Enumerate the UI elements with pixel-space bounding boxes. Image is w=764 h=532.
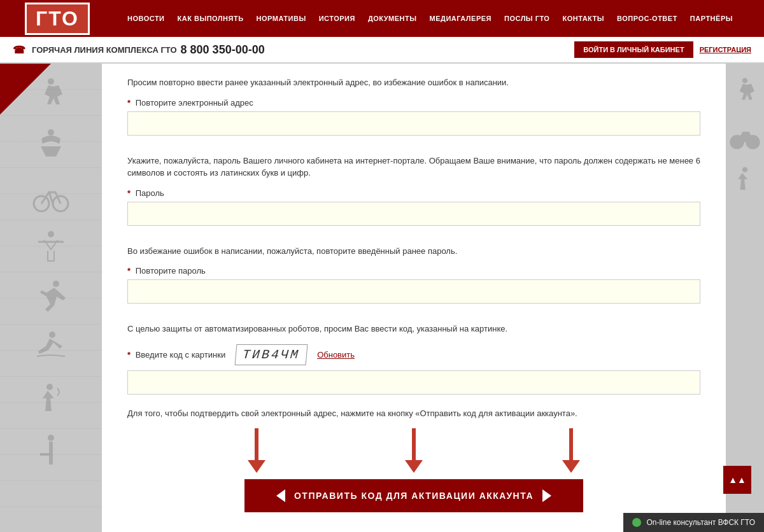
hotline-text: ☎ ГОРЯЧАЯ ЛИНИЯ КОМПЛЕКСА ГТО 8 800 350-… <box>13 43 574 57</box>
required-star-password: * <box>127 188 131 198</box>
logo: ГТО <box>25 3 90 35</box>
captcha-label: * Введите код с картинки <box>127 350 225 360</box>
main-wrapper: Просим повторно ввести ранее указанный э… <box>0 64 764 532</box>
register-button[interactable]: РЕГИСТРАЦИЯ <box>700 46 751 53</box>
btn-arrow-left-icon <box>276 489 285 502</box>
instruction-submit: Для того, чтобы подтвердить свой электро… <box>127 407 700 420</box>
required-star-captcha: * <box>127 350 131 360</box>
submit-btn-label: ОТПРАВИТЬ КОД ДЛЯ АКТИВАЦИИ АККАУНТА <box>294 491 534 501</box>
arrow-right <box>562 428 580 473</box>
arrow-left <box>248 428 265 473</box>
nav-menu: НОВОСТИ КАК ВЫПОЛНЯТЬ НОРМАТИВЫ ИСТОРИЯ … <box>108 15 758 22</box>
sport-icon-jump <box>13 274 89 325</box>
consultant-bar[interactable]: On-line консультант ВФСК ГТО <box>623 513 764 532</box>
sport-icon-throw <box>13 375 89 426</box>
sport-icon-shoot <box>13 426 89 477</box>
repeat-password-label: * Повторите пароль <box>127 266 700 276</box>
sport-icon-right-2 <box>729 115 761 159</box>
arrow-center <box>405 428 423 473</box>
nav-item-contacts[interactable]: КОНТАКТЫ <box>556 15 611 22</box>
nav-item-how[interactable]: КАК ВЫПОЛНЯТЬ <box>171 15 250 22</box>
captcha-input[interactable] <box>127 370 700 395</box>
password-input[interactable] <box>127 202 700 226</box>
required-star-repeat-password: * <box>127 266 131 276</box>
phone-icon: ☎ <box>13 44 25 56</box>
content-area: Просим повторно ввести ранее указанный э… <box>102 64 726 532</box>
svg-point-4 <box>48 231 54 237</box>
captcha-row: * Введите код с картинки ТИВ4ЧМ Обновить <box>127 344 700 365</box>
btn-arrow-right-icon <box>542 489 551 502</box>
hotline-bar: ☎ ГОРЯЧАЯ ЛИНИЯ КОМПЛЕКСА ГТО 8 800 350-… <box>0 37 764 64</box>
consultant-label: On-line консультант ВФСК ГТО <box>646 518 755 527</box>
repeat-email-input[interactable] <box>127 111 700 136</box>
arrows-decoration <box>127 428 700 473</box>
svg-point-8 <box>48 435 54 441</box>
sport-icon-bike <box>13 172 89 223</box>
nav-item-faq[interactable]: ВОПРОС-ОТВЕТ <box>611 15 684 22</box>
nav-item-docs[interactable]: ДОКУМЕНТЫ <box>362 15 423 22</box>
sport-icon-swim <box>13 121 89 172</box>
svg-point-12 <box>742 167 747 172</box>
logo-area: ГТО <box>6 0 108 37</box>
repeat-password-input[interactable] <box>127 279 700 304</box>
consultant-online-dot <box>632 518 641 527</box>
repeat-email-label: * Повторите электронный адрес <box>127 98 700 108</box>
svg-point-6 <box>49 332 55 338</box>
hotline-number: 8 800 350-00-00 <box>181 43 265 57</box>
header-top: ГТО НОВОСТИ КАК ВЫПОЛНЯТЬ НОРМАТИВЫ ИСТО… <box>0 0 764 37</box>
nav-item-news[interactable]: НОВОСТИ <box>121 15 171 22</box>
scroll-top-button[interactable]: ▲▲ <box>723 466 751 494</box>
nav-item-media[interactable]: МЕДИАГАЛЕРЕЯ <box>423 15 498 22</box>
sport-icon-right-3 <box>729 159 761 204</box>
captcha-refresh-link[interactable]: Обновить <box>317 350 355 360</box>
nav-item-history[interactable]: ИСТОРИЯ <box>313 15 362 22</box>
sport-icon-run <box>13 70 89 121</box>
sidebar-right <box>726 64 764 532</box>
submit-section: ОТПРАВИТЬ КОД ДЛЯ АКТИВАЦИИ АККАУНТА <box>127 479 700 512</box>
svg-point-0 <box>48 78 54 85</box>
sport-icon-right-1 <box>729 70 761 115</box>
sport-icons-right <box>726 64 764 532</box>
sport-icon-pull <box>13 223 89 274</box>
nav-item-norms[interactable]: НОРМАТИВЫ <box>250 15 313 22</box>
nav-item-partners[interactable]: ПАРТНЁРЫ <box>684 15 739 22</box>
svg-point-1 <box>48 129 54 136</box>
hotline-buttons: ВОЙТИ В ЛИЧНЫЙ КАБИНЕТ РЕГИСТРАЦИЯ <box>574 41 751 58</box>
instruction-email: Просим повторно ввести ранее указанный э… <box>127 76 700 89</box>
required-star-email: * <box>127 98 131 108</box>
instruction-captcha: С целью защиты от автоматизированных роб… <box>127 323 700 335</box>
instruction-password: Укажите, пожалуйста, пароль Вашего лично… <box>127 155 700 179</box>
login-button[interactable]: ВОЙТИ В ЛИЧНЫЙ КАБИНЕТ <box>574 41 693 58</box>
svg-point-7 <box>46 384 53 390</box>
svg-point-5 <box>53 281 59 287</box>
svg-point-9 <box>742 78 747 83</box>
nav-item-ambassadors[interactable]: ПОСЛЫ ГТО <box>498 15 556 22</box>
password-label: * Пароль <box>127 188 700 198</box>
sidebar-left <box>0 64 102 532</box>
hotline-label: ГОРЯЧАЯ ЛИНИЯ КОМПЛЕКСА ГТО <box>32 45 177 55</box>
sport-icons-left <box>0 64 102 532</box>
submit-button[interactable]: ОТПРАВИТЬ КОД ДЛЯ АКТИВАЦИИ АККАУНТА <box>244 479 583 512</box>
instruction-repeat-password: Во избежание ошибок в написании, пожалуй… <box>127 245 700 258</box>
sport-icon-ski <box>13 325 89 375</box>
captcha-image: ТИВ4ЧМ <box>235 344 308 365</box>
